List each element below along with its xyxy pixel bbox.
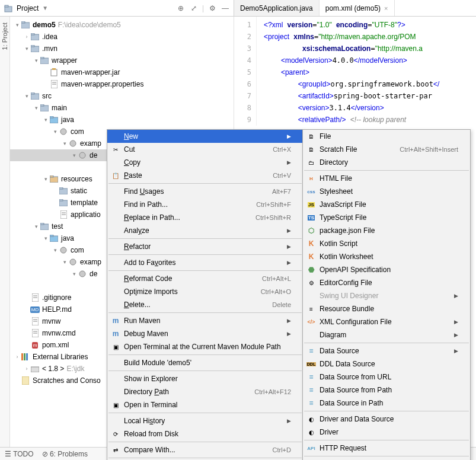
svg-rect-3 <box>21 21 25 23</box>
menu-item[interactable]: 🗎File <box>303 130 470 143</box>
project-tool-header: Project ▼ ⊕ ⤢ | ⚙ — <box>0 0 234 16</box>
menu-item[interactable]: Add to Favorites▶ <box>107 256 303 269</box>
menu-item[interactable]: Reformat CodeCtrl+Alt+L <box>107 272 303 285</box>
menu-item[interactable]: 🗀Directory <box>303 156 470 169</box>
menu-item[interactable]: Directory PathCtrl+Alt+F12 <box>107 385 303 398</box>
menu-item[interactable]: ⇄Compare With...Ctrl+D <box>107 443 303 456</box>
svg-rect-50 <box>24 353 25 360</box>
svg-rect-52 <box>31 367 39 372</box>
menu-item[interactable]: cssStylesheet <box>303 185 470 198</box>
menu-item[interactable]: ▣Open Terminal at the Current Maven Modu… <box>107 340 303 353</box>
menu-item[interactable]: JSJavaScript File <box>303 198 470 211</box>
menu-item[interactable]: mDebug Maven▶ <box>107 327 303 340</box>
tree-node[interactable]: ▾src <box>10 90 234 102</box>
menu-item[interactable]: ≡Data Source from Path <box>303 384 470 397</box>
tree-node[interactable]: ▾demo5F:\idea\code\demo5 <box>10 19 234 31</box>
menu-item[interactable]: Analyze▶ <box>107 224 303 237</box>
svg-rect-9 <box>40 57 44 59</box>
svg-rect-51 <box>26 353 28 360</box>
menu-item[interactable]: Diagram▶ <box>303 328 470 341</box>
svg-rect-53 <box>22 376 29 385</box>
menu-item[interactable]: APIHTTP Request <box>303 442 470 455</box>
menu-item[interactable]: KKotlin Worksheet <box>303 250 470 263</box>
svg-rect-49 <box>21 353 23 360</box>
tree-node[interactable]: maven-wrapper.properties <box>10 78 234 90</box>
menu-item[interactable]: 🗎Scratch FileCtrl+Alt+Shift+Insert <box>303 143 470 156</box>
svg-point-39 <box>79 271 85 277</box>
menu-item[interactable]: TSTypeScript File <box>303 211 470 224</box>
svg-rect-16 <box>31 92 34 94</box>
project-icon <box>4 4 13 13</box>
menu-item[interactable]: Delete...Delete <box>107 298 303 311</box>
menu-item[interactable]: ✂CutCtrl+X <box>107 143 303 156</box>
editor-gutter: 123456789 <box>234 17 257 126</box>
minimize-icon[interactable]: — <box>221 4 230 13</box>
svg-point-22 <box>70 140 76 146</box>
menu-item[interactable]: HHTML File <box>303 172 470 185</box>
menu-item[interactable]: Build Module 'demo5' <box>107 356 303 369</box>
editor-code[interactable]: <?xml version="1.0" encoding="UTF-8"?> <… <box>264 19 476 126</box>
menu-item[interactable]: Find UsagesAlt+F7 <box>107 185 303 198</box>
menu-item[interactable]: Find in Path...Ctrl+Shift+F <box>107 198 303 211</box>
context-menu[interactable]: New▶✂CutCtrl+XCopy▶📋PasteCtrl+VFind Usag… <box>107 129 304 460</box>
tab-demo5application[interactable]: Demo5Application.java <box>234 0 320 16</box>
menu-item[interactable]: ≡Data Source in Path <box>303 397 470 410</box>
target-icon[interactable]: ⊕ <box>176 4 186 13</box>
svg-rect-7 <box>31 45 34 47</box>
menu-item[interactable]: KKotlin Script <box>303 237 470 250</box>
menu-item[interactable]: ⬣OpenAPI Specification <box>303 263 470 276</box>
menu-item[interactable]: Swing UI Designer▶ <box>303 289 470 302</box>
menu-item[interactable]: Copy▶ <box>107 156 303 169</box>
tree-node[interactable]: ▾java <box>10 114 234 126</box>
tree-node[interactable]: ▾.mvn <box>10 43 234 55</box>
menu-item[interactable]: ≡Data Source from URL <box>303 370 470 384</box>
left-gutter: 1: Project <box>0 17 10 460</box>
svg-rect-10 <box>51 69 57 76</box>
menu-item[interactable]: Replace in Path...Ctrl+Shift+R <box>107 211 303 224</box>
menu-item[interactable]: ◐Driver <box>303 426 470 439</box>
expand-icon[interactable]: ⤢ <box>189 4 199 13</box>
svg-rect-29 <box>59 199 63 201</box>
sidebar-tab-project[interactable]: 1: Project <box>1 23 8 50</box>
menu-item[interactable]: ency Analyzer <box>303 458 470 460</box>
svg-point-38 <box>70 259 76 265</box>
menu-item[interactable]: 📋PasteCtrl+V <box>107 169 303 182</box>
svg-rect-5 <box>31 33 34 35</box>
menu-item[interactable]: ⚙EditorConfig File <box>303 276 470 289</box>
svg-rect-11 <box>52 68 56 70</box>
svg-rect-27 <box>59 187 63 189</box>
menu-item[interactable]: DDLDDL Data Source <box>303 357 470 370</box>
tab-pom-xml[interactable]: pom.xml (demo5) × <box>320 0 395 16</box>
menu-item[interactable]: ⟳Reload from Disk <box>107 427 303 440</box>
menu-item[interactable]: Show in Explorer <box>107 372 303 385</box>
menu-item[interactable]: ▣Open in Terminal <box>107 398 303 411</box>
menu-item[interactable]: Optimize ImportsCtrl+Alt+O <box>107 285 303 298</box>
menu-item[interactable]: ⬡package.json File <box>303 224 470 237</box>
menu-item[interactable]: New▶ <box>107 130 303 143</box>
menu-item[interactable]: mRun Maven▶ <box>107 314 303 327</box>
svg-point-37 <box>60 247 66 253</box>
todo-tab[interactable]: ☰ TODO <box>5 450 34 458</box>
tree-node[interactable]: maven-wrapper.jar <box>10 66 234 78</box>
svg-rect-20 <box>50 116 53 118</box>
menu-item[interactable]: ≡Data Source▶ <box>303 344 470 357</box>
menu-item[interactable]: Local History▶ <box>107 414 303 427</box>
menu-item[interactable]: ◐Driver and Data Source <box>303 413 470 426</box>
problems-tab[interactable]: ⊘ 6: Problems <box>42 450 88 458</box>
svg-point-23 <box>79 152 85 158</box>
chevron-down-icon[interactable]: ▼ <box>42 5 48 11</box>
menu-item[interactable]: </>XML Configuration File▶ <box>303 315 470 328</box>
project-label[interactable]: Project <box>17 4 39 12</box>
new-submenu[interactable]: 🗎File🗎Scratch FileCtrl+Alt+Shift+Insert🗀… <box>302 129 471 460</box>
menu-item[interactable]: ≡Resource Bundle <box>303 302 470 315</box>
tree-node[interactable]: ▾wrapper <box>10 55 234 66</box>
menu-item[interactable]: Refactor▶ <box>107 240 303 253</box>
tree-node[interactable]: ▾main <box>10 102 234 114</box>
svg-point-21 <box>60 129 66 135</box>
svg-rect-36 <box>50 235 53 237</box>
svg-rect-34 <box>40 223 44 225</box>
gear-icon[interactable]: ⚙ <box>207 4 217 13</box>
editor-tabs: Demo5Application.java pom.xml (demo5) × <box>234 0 395 16</box>
tree-node[interactable]: ›.idea <box>10 31 234 43</box>
close-icon[interactable]: × <box>384 5 388 12</box>
